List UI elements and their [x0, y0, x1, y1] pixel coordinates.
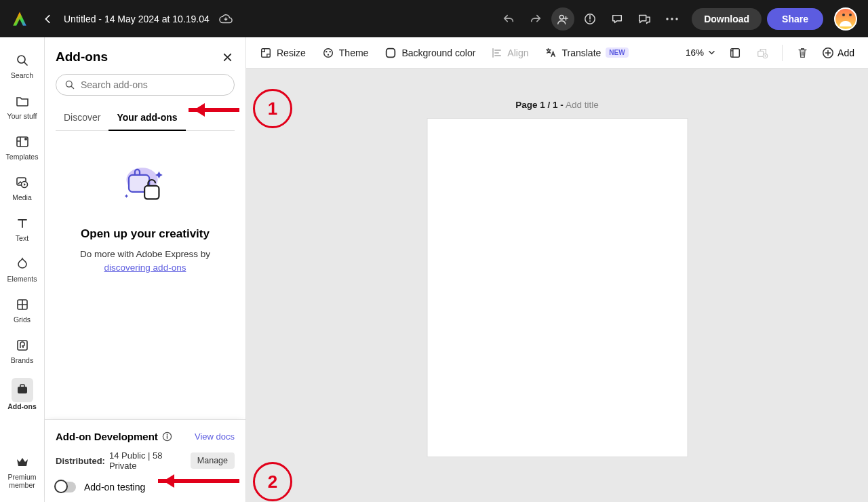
rail-grids-label: Grids [14, 315, 31, 324]
grids-icon [14, 296, 31, 313]
search-icon [14, 52, 31, 69]
distributed-value: 14 Public | 58 Private [109, 450, 191, 471]
svg-point-0 [560, 15, 564, 19]
svg-point-5 [675, 18, 677, 20]
app-logo[interactable] [11, 10, 28, 28]
svg-rect-26 [758, 51, 764, 56]
canvas-background[interactable]: Page 1 / 1 - Add title 1 2 [246, 69, 868, 502]
rail-brands[interactable]: Brands [0, 332, 44, 372]
topbar: Untitled - 14 May 2024 at 10.19.04 Downl… [0, 0, 868, 37]
delete-button[interactable] [795, 45, 810, 60]
folder-icon [14, 93, 31, 109]
layers-button[interactable] [728, 45, 743, 60]
svg-point-22 [329, 51, 330, 52]
tab-discover[interactable]: Discover [56, 107, 108, 130]
addon-development-section: Add-on Development View docs Distributed… [45, 419, 245, 502]
rail-media-label: Media [12, 193, 32, 201]
download-button[interactable]: Download [692, 8, 762, 30]
rail-search[interactable]: Search [0, 47, 44, 88]
rail-your-stuff-label: Your stuff [7, 112, 37, 120]
annotation-arrow-1 [189, 108, 239, 112]
rail-elements-label: Elements [7, 275, 37, 283]
back-button[interactable] [41, 12, 56, 26]
rail-elements[interactable]: Elements [0, 250, 44, 291]
present-button[interactable] [633, 7, 656, 31]
toolbar: Resize Theme Background color Align Tran… [246, 37, 868, 69]
page-label[interactable]: Page 1 / 1 - Add title [515, 100, 598, 110]
empty-illustration [118, 158, 172, 212]
templates-icon [14, 134, 31, 150]
user-avatar[interactable] [834, 7, 857, 31]
addons-search[interactable] [56, 74, 235, 96]
addons-panel: Add-ons Discover Your add-ons Open up yo… [45, 37, 246, 502]
discover-addons-link[interactable]: discovering add-ons [104, 263, 186, 273]
svg-rect-19 [262, 48, 271, 57]
empty-text: Do more with Adobe Express by discoverin… [56, 248, 235, 275]
svg-point-6 [18, 56, 25, 63]
rail-premium-label2: member [9, 481, 35, 490]
close-panel-button[interactable] [220, 50, 235, 64]
svg-point-3 [666, 18, 668, 20]
rail-your-stuff[interactable]: Your stuff [0, 88, 44, 128]
share-button[interactable]: Share [767, 8, 823, 30]
svg-point-4 [671, 18, 673, 20]
manage-button[interactable]: Manage [191, 452, 235, 469]
annotation-arrow-2 [158, 479, 239, 483]
premium-icon [14, 454, 31, 470]
zoom-control[interactable]: 16% [686, 47, 715, 58]
rail-addons[interactable]: Add-ons [0, 372, 44, 419]
rail-grids[interactable]: Grids [0, 291, 44, 332]
annotation-2: 2 [253, 462, 292, 501]
svg-point-8 [24, 138, 27, 140]
rail-premium[interactable]: Premiummember [0, 448, 44, 502]
redo-button[interactable] [524, 7, 547, 31]
view-docs-link[interactable]: View docs [195, 431, 235, 442]
media-icon [14, 174, 31, 191]
rail-templates-label: Templates [6, 153, 39, 161]
rail-media[interactable]: Media [0, 169, 44, 210]
svg-point-20 [323, 48, 332, 57]
rail-text-label: Text [16, 234, 28, 242]
rail-premium-label1: Premium [7, 473, 36, 482]
resize-tool[interactable]: Resize [260, 47, 306, 59]
bgcolor-tool[interactable]: Background color [384, 47, 475, 59]
undo-button[interactable] [497, 7, 520, 31]
help-button[interactable] [578, 7, 601, 31]
empty-heading: Open up your creativity [81, 227, 210, 241]
page-canvas[interactable] [427, 119, 687, 457]
svg-rect-25 [731, 48, 740, 57]
svg-rect-13 [18, 387, 27, 393]
rail-search-label: Search [11, 71, 33, 79]
addon-testing-label: Add-on testing [84, 482, 145, 493]
addon-testing-toggle[interactable] [56, 482, 76, 493]
dev-title: Add-on Development [56, 431, 172, 442]
theme-tool[interactable]: Theme [322, 47, 369, 59]
more-menu[interactable] [662, 18, 682, 20]
duplicate-button [755, 45, 770, 60]
svg-point-2 [589, 14, 591, 16]
translate-tool[interactable]: TranslateNEW [545, 47, 628, 59]
comment-button[interactable] [606, 7, 629, 31]
text-icon [14, 215, 31, 231]
canvas-area: Resize Theme Background color Align Tran… [246, 37, 868, 502]
info-icon[interactable] [162, 431, 172, 442]
tab-your-addons[interactable]: Your add-ons [108, 107, 185, 131]
document-title[interactable]: Untitled - 14 May 2024 at 10.19.04 [64, 14, 210, 24]
add-page-button[interactable]: Add [822, 47, 854, 59]
addons-search-input[interactable] [81, 79, 226, 90]
annotation-1: 1 [253, 89, 292, 128]
panel-title: Add-ons [56, 50, 108, 64]
left-rail: Search Your stuff Templates Media Text E… [0, 37, 45, 502]
svg-point-14 [66, 81, 72, 87]
empty-state: Open up your creativity Do more with Ado… [56, 147, 235, 275]
rail-templates[interactable]: Templates [0, 128, 44, 169]
new-badge: NEW [606, 47, 628, 58]
svg-rect-24 [387, 48, 395, 57]
align-tool: Align [492, 47, 528, 58]
cloud-sync-icon[interactable] [219, 12, 233, 26]
svg-rect-17 [144, 186, 159, 199]
rail-text[interactable]: Text [0, 210, 44, 250]
distributed-label: Distributed: [56, 456, 105, 466]
elements-icon [14, 256, 31, 272]
invite-button[interactable] [551, 7, 574, 31]
